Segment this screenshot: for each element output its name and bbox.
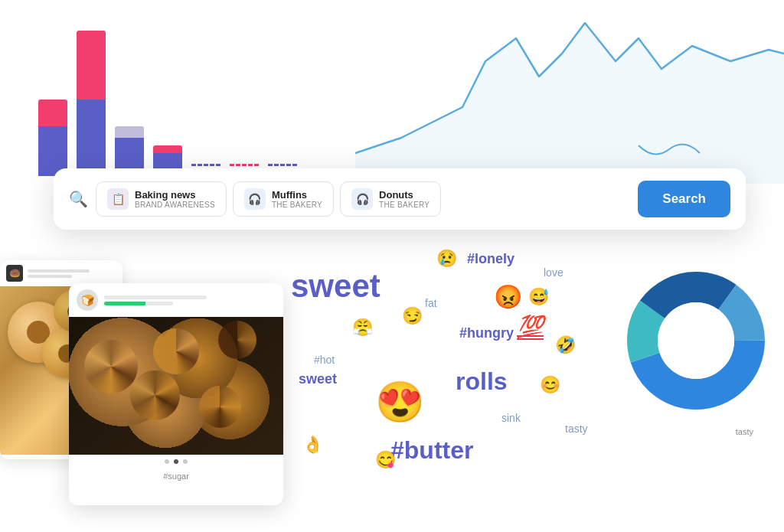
search-bar: 🔍 📋 Baking news BRAND AWARENESS 🎧 Muffin… bbox=[54, 168, 746, 230]
emoji-smirk: 😏 bbox=[402, 306, 423, 326]
donut-center bbox=[658, 302, 734, 379]
card-line-1 bbox=[104, 295, 207, 299]
donut-chart-svg bbox=[623, 268, 769, 413]
search-tab-baking-news[interactable]: 📋 Baking news BRAND AWARENESS bbox=[96, 181, 227, 217]
search-button[interactable]: Search bbox=[638, 181, 730, 217]
word-love: love bbox=[544, 266, 564, 279]
tab-icon-donuts: 🎧 bbox=[351, 188, 373, 210]
emoji-sad: 😢 bbox=[436, 249, 457, 269]
line-chart-area bbox=[355, 23, 784, 184]
cinnamon-rolls-visual bbox=[69, 317, 283, 455]
search-tab-donuts[interactable]: 🎧 Donuts THE BAKERY bbox=[340, 181, 441, 217]
card-front-header: 🍞 bbox=[69, 283, 283, 317]
card-avatar: 🍞 bbox=[77, 289, 98, 311]
word-rolls: rolls bbox=[456, 367, 508, 396]
word-fat: fat bbox=[425, 297, 437, 309]
tab-icon-muffins: 🎧 bbox=[244, 188, 266, 210]
tab-sublabel-donuts: THE BAKERY bbox=[379, 201, 430, 209]
emoji-100: 💯 bbox=[517, 314, 544, 339]
emoji-heart-eyes: 😍 bbox=[375, 379, 425, 426]
emoji-yum: 😋 bbox=[375, 450, 396, 470]
bar-top-3 bbox=[115, 126, 144, 138]
emoji-angry: 😤 bbox=[352, 318, 373, 338]
bar-group-1 bbox=[38, 100, 67, 176]
tab-text-baking-news: Baking news BRAND AWARENESS bbox=[135, 189, 215, 209]
emoji-laugh: 😅 bbox=[528, 287, 549, 307]
dot-2 bbox=[174, 459, 178, 464]
bar-chart bbox=[23, 0, 352, 184]
search-tabs: 📋 Baking news BRAND AWARENESS 🎧 Muffins … bbox=[96, 181, 630, 217]
muffins-icon: 🎧 bbox=[248, 193, 261, 205]
card-front-image bbox=[69, 317, 283, 455]
donuts-icon: 🎧 bbox=[356, 193, 369, 205]
card-line-2 bbox=[104, 302, 173, 305]
donut-tasty-label: tasty bbox=[736, 427, 753, 436]
donut-chart: tasty bbox=[623, 268, 776, 436]
bar-pink-1 bbox=[38, 100, 67, 126]
social-cards-area: 🍩 🍞 bbox=[0, 260, 314, 505]
word-cloud: sweet sweet rolls #lonely #hungry #butte… bbox=[283, 245, 620, 513]
emoji-happy: 😊 bbox=[540, 375, 560, 395]
bar-dashed-pink bbox=[230, 164, 259, 167]
bar-pink-4 bbox=[153, 145, 182, 153]
word-tasty: tasty bbox=[565, 423, 588, 435]
dot-1 bbox=[165, 459, 169, 464]
emoji-rofl: 🤣 bbox=[555, 335, 576, 355]
card-front-footer bbox=[69, 455, 283, 468]
bar-blue-2 bbox=[77, 100, 106, 176]
tab-icon-baking-news: 📋 bbox=[107, 188, 129, 210]
word-hungry: #hungry bbox=[459, 325, 514, 341]
sugar-label: #sugar bbox=[69, 468, 283, 484]
line-chart bbox=[355, 0, 784, 184]
tab-label-baking-news: Baking news bbox=[135, 189, 215, 201]
search-icon: 🔍 bbox=[69, 190, 88, 208]
baking-news-icon: 📋 bbox=[112, 193, 125, 205]
line-chart-svg bbox=[355, 0, 784, 184]
tab-sublabel-muffins: THE BAKERY bbox=[272, 201, 322, 209]
word-butter: #butter bbox=[390, 436, 473, 465]
emoji-angry-red: 😡 bbox=[494, 283, 522, 310]
word-sweet-small: sweet bbox=[299, 371, 337, 387]
tab-label-donuts: Donuts bbox=[379, 189, 430, 201]
card-lines bbox=[104, 295, 276, 305]
tab-text-muffins: Muffins THE BAKERY bbox=[272, 189, 322, 209]
tab-sublabel-baking-news: BRAND AWARENESS bbox=[135, 201, 215, 209]
dot-3 bbox=[183, 459, 188, 464]
search-tab-muffins[interactable]: 🎧 Muffins THE BAKERY bbox=[233, 181, 334, 217]
bar-group-2 bbox=[77, 31, 106, 176]
card-front: 🍞 #sugar bbox=[69, 283, 283, 505]
word-lonely: #lonely bbox=[467, 251, 514, 267]
tab-text-donuts: Donuts THE BAKERY bbox=[379, 189, 430, 209]
word-sweet-large: sweet bbox=[291, 268, 381, 305]
word-hot: #hot bbox=[314, 354, 335, 366]
emoji-ok: 👌 bbox=[302, 435, 323, 455]
bar-pink-2 bbox=[77, 31, 106, 100]
word-sink: sink bbox=[501, 412, 521, 424]
tab-label-muffins: Muffins bbox=[272, 189, 322, 201]
